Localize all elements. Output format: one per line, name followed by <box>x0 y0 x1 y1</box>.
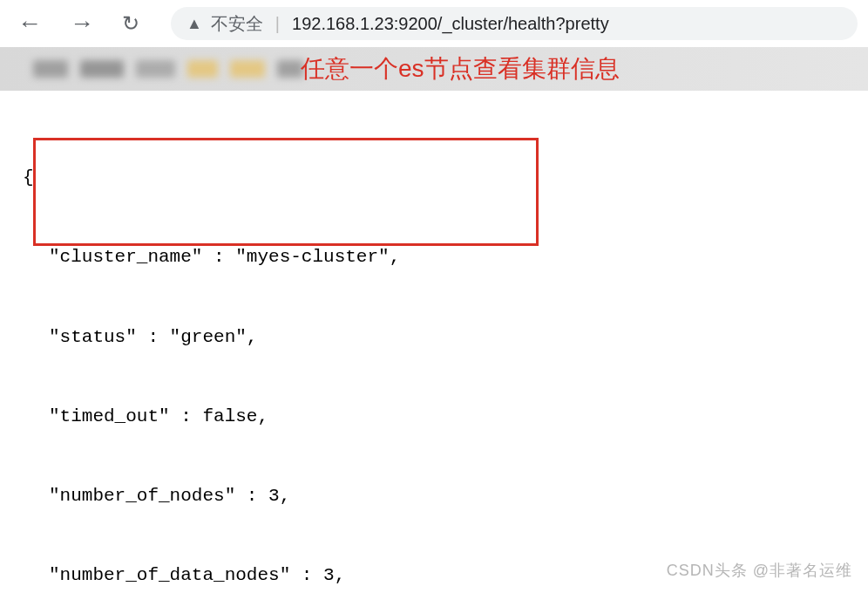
page-content: { "cluster_name" : "myes-cluster", "stat… <box>0 91 868 593</box>
json-response: { "cluster_name" : "myes-cluster", "stat… <box>7 112 861 593</box>
security-status: 不安全 <box>211 12 263 36</box>
divider: | <box>275 14 280 34</box>
url-text: 192.168.1.23:9200/_cluster/health?pretty <box>292 14 609 34</box>
json-line: "cluster_name" : "myes-cluster", <box>7 244 861 270</box>
address-bar[interactable]: ▲ 不安全 | 192.168.1.23:9200/_cluster/healt… <box>171 7 858 40</box>
back-arrow-icon[interactable]: ← <box>10 6 49 41</box>
json-line: "number_of_nodes" : 3, <box>7 483 861 509</box>
blurred-tabs <box>0 60 303 78</box>
annotation-text: 任意一个es节点查看集群信息 <box>301 52 620 85</box>
watermark: CSDN头条 @非著名运维 <box>667 560 852 581</box>
forward-arrow-icon[interactable]: → <box>63 6 101 41</box>
json-open: { <box>7 165 861 191</box>
tab-strip: 任意一个es节点查看集群信息 <box>0 47 868 91</box>
json-line: "status" : "green", <box>7 324 861 351</box>
browser-toolbar: ← → ↻ ▲ 不安全 | 192.168.1.23:9200/_cluster… <box>0 0 868 47</box>
reload-icon[interactable]: ↻ <box>115 8 146 39</box>
json-line: "timed_out" : false, <box>7 404 861 430</box>
warning-icon: ▲ <box>186 15 202 33</box>
